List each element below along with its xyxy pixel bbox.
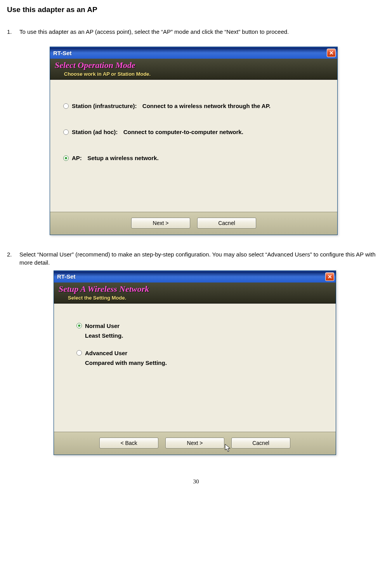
window-operation-mode: RT-Set ✕ Select Operation Mode Choose wo… [50,47,338,235]
radio-label: Advanced User [85,350,127,356]
dialog-footer: < Back Next > Cacnel [54,432,336,455]
radio-station-adhoc[interactable]: Station (ad hoc): Connect to computer-to… [63,129,328,135]
step-2: 2. Select “Normal User” (recommend) to m… [7,251,385,267]
radio-label: Station (ad hoc): [72,129,118,135]
radio-label: AP: [72,155,82,161]
dialog-header-title: Setup A Wireless Network [59,284,331,294]
dialog-header: Select Operation Mode Choose work in AP … [50,59,337,80]
close-button[interactable]: ✕ [325,272,334,281]
radio-normal-desc: Least Setting. [85,332,326,339]
dialog-body: Normal User Least Setting. Advanced User… [54,303,336,432]
next-button[interactable]: Next > [165,438,224,448]
dialog-header-sub: Select the Setting Mode. [68,295,331,301]
radio-desc: Setup a wireless network. [87,155,158,161]
radio-desc-inline [139,103,142,109]
step-1-text: To use this adapter as an AP (access poi… [19,28,385,36]
titlebar: RT-Set ✕ [50,47,337,59]
radio-icon [63,129,69,135]
page-number: 30 [7,478,385,485]
radio-advanced-desc: Compared with many Setting. [85,359,326,366]
dialog-body: Station (infrastructure): Connect to a w… [50,80,337,212]
radio-ap[interactable]: AP: Setup a wireless network. [63,155,328,161]
radio-desc-inline [120,129,123,135]
cancel-button[interactable]: Cacnel [197,218,256,228]
radio-icon [76,350,82,356]
radio-icon [76,323,82,328]
step-1-number: 1. [7,28,19,36]
dialog-header-title: Select Operation Mode [55,60,333,70]
radio-icon [63,155,69,161]
radio-normal-user[interactable]: Normal User [76,323,326,329]
window-title: RT-Set [57,273,325,280]
window-setup-wireless: RT-Set ✕ Setup A Wireless Network Select… [54,270,336,455]
radio-advanced-user[interactable]: Advanced User [76,350,326,356]
radio-label: Normal User [85,323,120,329]
close-button[interactable]: ✕ [327,49,336,57]
dialog-header-sub: Choose work in AP or Station Mode. [64,71,333,77]
cancel-button[interactable]: Cacnel [231,438,290,448]
step-2-text: Select “Normal User” (recommend) to make… [19,251,385,267]
close-icon: ✕ [328,274,332,280]
step-1: 1. To use this adapter as an AP (access … [7,28,385,36]
titlebar: RT-Set ✕ [54,271,336,283]
next-button[interactable]: Next > [131,218,190,228]
dialog-footer: Next > Cacnel [50,212,337,235]
radio-icon [63,103,69,109]
window-title: RT-Set [53,50,327,56]
radio-station-infrastructure[interactable]: Station (infrastructure): Connect to a w… [63,103,328,109]
back-button[interactable]: < Back [99,438,158,448]
radio-desc: Connect to computer-to-computer network. [123,129,243,135]
dialog-header: Setup A Wireless Network Select the Sett… [54,283,336,303]
radio-label: Station (infrastructure): [72,103,137,109]
step-2-number: 2. [7,251,19,267]
section-heading: Use this adapter as an AP [7,5,385,14]
close-icon: ✕ [329,50,334,56]
radio-desc-inline [84,155,87,161]
radio-desc: Connect to a wireless network through th… [142,103,271,109]
